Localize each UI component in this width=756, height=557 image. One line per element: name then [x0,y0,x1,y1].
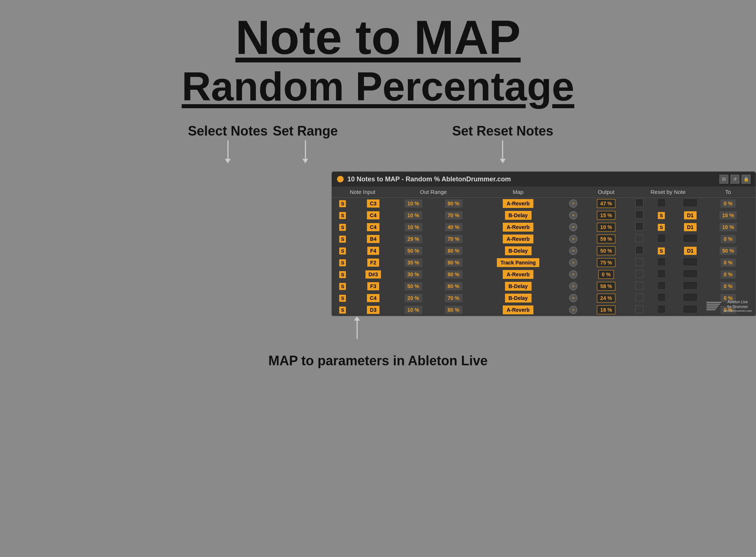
cell-x-button[interactable]: × [563,280,584,292]
map-value[interactable]: Track Panning [497,258,540,267]
range-lo-value[interactable]: 50 % [405,247,422,255]
map-value[interactable]: A-Reverb [503,305,533,314]
cell-reset-box[interactable] [628,198,650,210]
cell-range-lo[interactable]: 10 % [393,209,433,221]
cell-map[interactable]: A-Reverb [474,221,563,233]
cell-s-button[interactable]: S [332,233,353,245]
reset-checkbox[interactable] [635,234,643,242]
range-lo-value[interactable]: 20 % [405,294,422,302]
to-value[interactable]: 10 % [719,223,737,231]
cell-reset-s[interactable] [650,304,673,316]
cell-range-lo[interactable]: 20 % [393,292,433,304]
s-label[interactable]: S [339,224,346,231]
cell-range-lo[interactable]: 50 % [393,280,433,292]
reset-checkbox[interactable] [635,222,643,230]
reset-checkbox[interactable] [635,293,643,301]
map-value[interactable]: A-Reverb [503,235,533,243]
cell-reset-s[interactable] [650,198,673,210]
cell-reset-box[interactable] [628,221,650,233]
s-label[interactable]: S [339,212,346,219]
cell-s-button[interactable]: S [332,209,353,221]
cell-reset-box[interactable] [628,209,650,221]
s-label[interactable]: S [339,200,346,207]
cell-reset-s[interactable]: S [650,209,673,221]
cell-map[interactable]: B-Delay [474,245,563,257]
cell-s-button[interactable]: S [332,292,353,304]
range-hi-value[interactable]: 80 % [445,282,463,290]
s-label[interactable]: S [339,259,346,266]
cell-range-hi[interactable]: 70 % [433,233,474,245]
range-hi-value[interactable]: 80 % [445,306,463,314]
cell-range-hi[interactable]: 90 % [433,257,474,269]
cell-range-hi[interactable]: 90 % [433,198,474,210]
cell-to[interactable]: 10 % [708,221,748,233]
cell-reset-box[interactable] [628,304,650,316]
x-icon[interactable]: × [569,211,577,219]
s-label[interactable]: S [339,295,346,302]
cell-range-lo[interactable]: 35 % [393,257,433,269]
cell-x-button[interactable]: × [563,198,584,210]
cell-map[interactable]: A-Reverb [474,304,563,316]
cell-s-button[interactable]: S [332,257,353,269]
x-icon[interactable]: × [569,270,577,278]
cell-to[interactable]: 50 % [708,245,748,257]
map-value[interactable]: B-Delay [505,246,532,255]
cell-reset-s[interactable] [650,292,673,304]
cell-range-lo[interactable]: 50 % [393,245,433,257]
cell-x-button[interactable]: × [563,209,584,221]
cell-s-button[interactable]: S [332,280,353,292]
cell-reset-box[interactable] [628,269,650,280]
cell-reset-s[interactable] [650,269,673,280]
cell-range-lo[interactable]: 10 % [393,198,433,210]
cell-reset-box[interactable] [628,292,650,304]
cell-reset-box[interactable] [628,280,650,292]
reset-s-label[interactable]: S [658,247,665,254]
reset-checkbox[interactable] [635,270,643,278]
reset-checkbox[interactable] [635,199,643,207]
range-hi-value[interactable]: 80 % [445,247,463,255]
cell-x-button[interactable]: × [563,269,584,280]
titlebar-icon-1[interactable]: ⊟ [719,175,728,184]
to-value[interactable]: 15 % [719,211,737,219]
range-hi-value[interactable]: 70 % [445,211,463,219]
cell-reset-s[interactable] [650,233,673,245]
cell-map[interactable]: A-Reverb [474,269,563,280]
reset-s-label[interactable]: S [658,212,665,219]
map-value[interactable]: A-Reverb [503,270,533,279]
x-icon[interactable]: × [569,294,577,302]
to-value[interactable]: 50 % [719,247,737,255]
x-icon[interactable]: × [569,247,577,255]
cell-s-button[interactable]: S [332,221,353,233]
cell-reset-box[interactable] [628,233,650,245]
map-value[interactable]: A-Reverb [503,223,533,232]
range-lo-value[interactable]: 29 % [405,235,422,243]
x-icon[interactable]: × [569,199,577,208]
cell-map[interactable]: B-Delay [474,209,563,221]
reset-checkbox[interactable] [635,305,643,313]
cell-reset-s[interactable] [650,280,673,292]
titlebar-icon-3[interactable]: 🔒 [742,175,750,184]
cell-reset-s[interactable]: S [650,221,673,233]
cell-to[interactable]: 0 % [708,198,748,210]
cell-x-button[interactable]: × [563,233,584,245]
cell-range-hi[interactable]: 80 % [433,245,474,257]
map-value[interactable]: A-Reverb [503,199,533,208]
range-lo-value[interactable]: 50 % [405,282,422,290]
range-hi-value[interactable]: 70 % [445,294,463,302]
to-value[interactable]: 0 % [721,282,735,290]
x-icon[interactable]: × [569,259,577,267]
cell-map[interactable]: A-Reverb [474,198,563,210]
cell-s-button[interactable]: S [332,304,353,316]
x-icon[interactable]: × [569,306,577,314]
range-hi-value[interactable]: 90 % [445,199,463,208]
cell-reset-s[interactable] [650,257,673,269]
range-hi-value[interactable]: 90 % [445,259,463,267]
cell-x-button[interactable]: × [563,221,584,233]
cell-x-button[interactable]: × [563,304,584,316]
range-hi-value[interactable]: 40 % [445,223,463,231]
cell-range-lo[interactable]: 10 % [393,304,433,316]
to-value[interactable]: 0 % [721,199,735,208]
cell-x-button[interactable]: × [563,257,584,269]
range-lo-value[interactable]: 30 % [405,270,422,278]
to-value[interactable]: 0 % [721,259,735,267]
